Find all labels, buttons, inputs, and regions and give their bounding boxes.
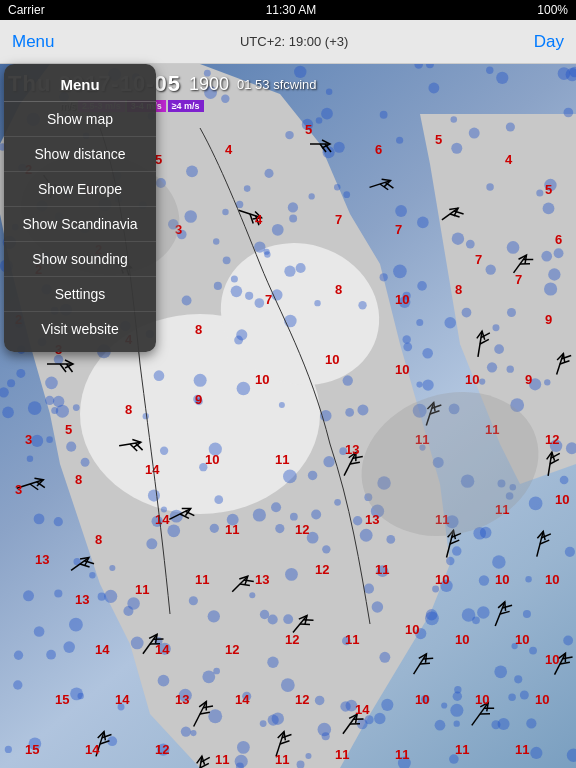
menu-item-show-sounding[interactable]: Show sounding	[4, 242, 156, 277]
nav-bar: Menu UTC+2: 19:00 (+3) Day	[0, 20, 576, 64]
wind-range-3: ≥4 m/s	[168, 100, 204, 112]
menu-header: Menu	[4, 70, 156, 102]
battery-label: 100%	[537, 3, 568, 17]
menu-item-visit-website[interactable]: Visit website	[4, 312, 156, 346]
day-button[interactable]: Day	[534, 32, 564, 52]
status-bar: Carrier 11:30 AM 100%	[0, 0, 576, 20]
menu-item-settings[interactable]: Settings	[4, 277, 156, 312]
map-time-subtitle: 1900	[189, 74, 229, 95]
menu-item-show-scandinavia[interactable]: Show Scandinavia	[4, 207, 156, 242]
dropdown-menu: Menu Show map Show distance Show Europe …	[4, 64, 156, 352]
menu-button[interactable]: Menu	[12, 32, 55, 52]
map-detail: 01 53 sfcwind	[237, 77, 317, 92]
carrier-label: Carrier	[8, 3, 45, 17]
menu-item-show-europe[interactable]: Show Europe	[4, 172, 156, 207]
menu-item-show-distance[interactable]: Show distance	[4, 137, 156, 172]
menu-item-show-map[interactable]: Show map	[4, 102, 156, 137]
status-time: 11:30 AM	[266, 3, 317, 17]
nav-title: UTC+2: 19:00 (+3)	[240, 34, 348, 49]
